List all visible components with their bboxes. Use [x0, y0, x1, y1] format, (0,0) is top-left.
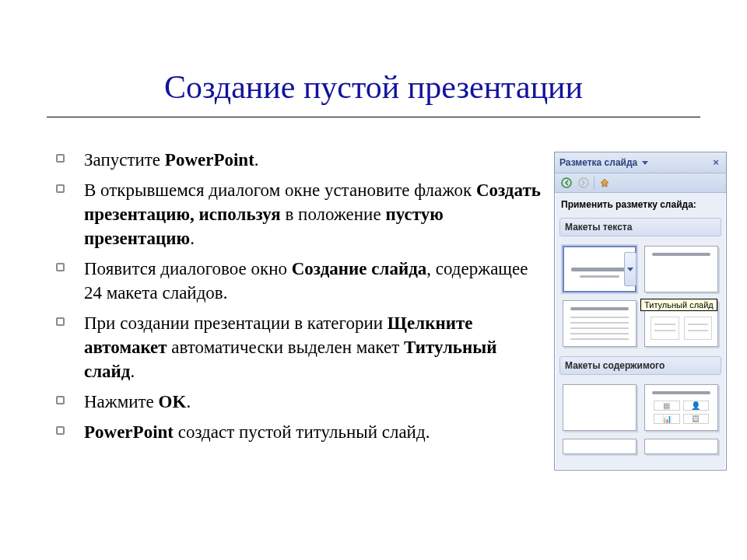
slide: Создание пустой презентации Запустите Po… — [0, 0, 747, 560]
list-item: При создании презентации в категории Щел… — [56, 311, 546, 383]
text-run: в положение — [281, 205, 386, 224]
toolbar-divider — [594, 177, 594, 189]
text-run: . — [131, 362, 135, 381]
layout-preview-lines — [570, 317, 628, 340]
layout-preview-line — [652, 307, 710, 310]
layout-two-column-text[interactable] — [644, 300, 718, 347]
text-run: Запустите — [84, 150, 165, 170]
text-bold: PowerPoint — [84, 422, 174, 442]
text-bold: PowerPoint — [165, 150, 254, 170]
chevron-down-icon[interactable] — [624, 252, 637, 286]
apply-layout-label: Применить разметку слайда: — [555, 193, 726, 213]
content-layouts-grid: ▦ 👤 📊 🖼 — [555, 378, 726, 459]
layout-title-and-text[interactable] — [563, 300, 637, 347]
layout-preview-line — [571, 268, 628, 271]
text-run: создаст пустой титульный слайд. — [174, 422, 430, 442]
section-text-layouts: Макеты текста — [559, 218, 721, 236]
layout-thumb[interactable] — [644, 439, 718, 454]
slide-content: Запустите PowerPoint. В открывшемся диал… — [56, 148, 546, 451]
layout-preview-line — [570, 307, 628, 310]
text-run: При создании презентации в категории — [84, 313, 388, 333]
text-run: Нажмите — [84, 392, 159, 411]
forward-button — [577, 176, 591, 190]
person-icon: 👤 — [683, 401, 709, 411]
list-item: Появится диалоговое окно Создание слайда… — [56, 257, 546, 305]
list-item: Запустите PowerPoint. — [56, 148, 546, 172]
text-bold: OK — [159, 392, 187, 411]
text-run: Появится диалоговое окно — [84, 259, 292, 278]
text-bold: Создание слайда — [292, 259, 427, 278]
taskpane-toolbar — [555, 173, 726, 193]
back-button[interactable] — [559, 176, 573, 190]
text-run: автоматически выделен макет — [167, 338, 404, 357]
layout-preview-content-icons: ▦ 👤 📊 🖼 — [654, 401, 709, 424]
taskpane-title: Разметка слайда — [559, 157, 637, 168]
close-icon[interactable]: × — [710, 157, 721, 168]
slide-title: Создание пустой презентации — [0, 68, 747, 106]
layout-preview-line — [580, 275, 619, 278]
layout-preview-two-col — [651, 317, 711, 340]
home-icon[interactable] — [598, 176, 612, 190]
text-run: . — [186, 392, 191, 411]
text-layouts-grid: Титульный слайд — [555, 240, 726, 352]
chart-icon: 📊 — [654, 414, 679, 424]
text-run: В открывшемся диалогом окне установите ф… — [84, 180, 476, 200]
taskpane-slide-layout: Разметка слайда × Применить разметку сла… — [554, 152, 727, 471]
layout-title-only[interactable] — [644, 246, 718, 292]
taskpane-header[interactable]: Разметка слайда × — [555, 152, 726, 173]
list-item: В открывшемся диалогом окне установите ф… — [56, 178, 546, 250]
image-icon: 🖼 — [683, 414, 709, 424]
layout-preview-line — [652, 391, 710, 394]
section-content-layouts: Макеты содержимого — [559, 356, 721, 375]
layout-content[interactable]: ▦ 👤 📊 🖼 — [644, 384, 718, 431]
list-item: PowerPoint создаст пустой титульный слай… — [56, 420, 546, 444]
layout-preview-line — [652, 253, 710, 256]
table-icon: ▦ — [654, 401, 679, 411]
text-run: . — [190, 229, 195, 248]
taskpane-title-wrap[interactable]: Разметка слайда — [559, 157, 648, 168]
chevron-down-icon — [642, 159, 648, 166]
text-run: . — [254, 150, 259, 170]
layout-blank[interactable] — [563, 384, 637, 431]
layout-title-slide[interactable] — [563, 246, 637, 292]
bullet-list: Запустите PowerPoint. В открывшемся диал… — [56, 148, 546, 445]
list-item: Нажмите OK. — [56, 390, 546, 414]
title-divider — [47, 117, 700, 117]
layout-thumb[interactable] — [563, 439, 637, 454]
